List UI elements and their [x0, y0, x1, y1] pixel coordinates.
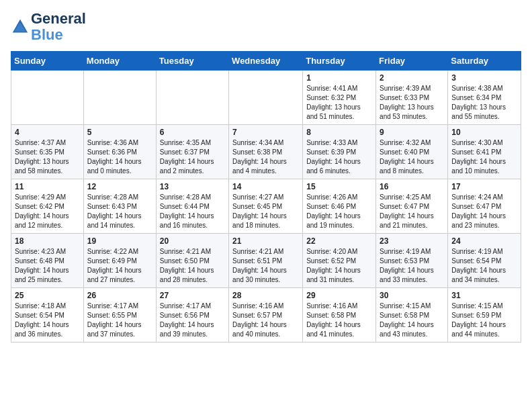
day-number: 31	[451, 291, 517, 300]
day-info: Sunrise: 4:32 AMSunset: 6:40 PMDaylight:…	[380, 138, 444, 176]
day-cell: 21Sunrise: 4:21 AMSunset: 6:51 PMDayligh…	[229, 234, 303, 288]
day-number: 14	[232, 182, 299, 191]
weekday-tuesday: Tuesday	[156, 52, 228, 71]
day-info: Sunrise: 4:30 AMSunset: 6:41 PMDaylight:…	[451, 138, 517, 176]
day-cell: 31Sunrise: 4:15 AMSunset: 6:59 PMDayligh…	[448, 288, 521, 342]
weekday-saturday: Saturday	[448, 52, 521, 71]
weekday-monday: Monday	[83, 52, 156, 71]
day-info: Sunrise: 4:17 AMSunset: 6:56 PMDaylight:…	[160, 302, 225, 339]
day-cell: 10Sunrise: 4:30 AMSunset: 6:41 PMDayligh…	[448, 125, 521, 179]
week-row-4: 18Sunrise: 4:23 AMSunset: 6:48 PMDayligh…	[11, 234, 521, 288]
day-info: Sunrise: 4:36 AMSunset: 6:36 PMDaylight:…	[87, 138, 152, 176]
day-number: 3	[451, 73, 517, 83]
day-number: 13	[160, 182, 225, 191]
day-number: 29	[306, 291, 372, 300]
logo-blue: Blue	[31, 26, 63, 43]
day-cell: 9Sunrise: 4:32 AMSunset: 6:40 PMDaylight…	[376, 125, 448, 179]
day-info: Sunrise: 4:33 AMSunset: 6:39 PMDaylight:…	[306, 138, 372, 176]
day-cell: 15Sunrise: 4:26 AMSunset: 6:46 PMDayligh…	[303, 179, 376, 234]
day-cell: 8Sunrise: 4:33 AMSunset: 6:39 PMDaylight…	[303, 125, 376, 179]
day-number: 6	[160, 128, 225, 137]
day-info: Sunrise: 4:39 AMSunset: 6:33 PMDaylight:…	[380, 84, 444, 122]
day-info: Sunrise: 4:38 AMSunset: 6:34 PMDaylight:…	[451, 84, 517, 122]
weekday-friday: Friday	[376, 52, 448, 71]
day-cell: 17Sunrise: 4:24 AMSunset: 6:47 PMDayligh…	[448, 179, 521, 234]
day-number: 16	[380, 182, 444, 191]
day-number: 8	[306, 128, 372, 137]
day-number: 21	[232, 236, 299, 246]
day-cell: 16Sunrise: 4:25 AMSunset: 6:47 PMDayligh…	[376, 179, 448, 234]
day-number: 12	[87, 182, 152, 191]
day-number: 23	[380, 236, 444, 246]
day-info: Sunrise: 4:35 AMSunset: 6:37 PMDaylight:…	[160, 138, 225, 176]
day-cell: 30Sunrise: 4:15 AMSunset: 6:58 PMDayligh…	[376, 288, 448, 342]
weekday-wednesday: Wednesday	[229, 52, 303, 71]
day-cell: 3Sunrise: 4:38 AMSunset: 6:34 PMDaylight…	[448, 71, 521, 125]
day-cell: 29Sunrise: 4:16 AMSunset: 6:58 PMDayligh…	[303, 288, 376, 342]
day-info: Sunrise: 4:18 AMSunset: 6:54 PMDaylight:…	[15, 302, 80, 339]
day-cell: 25Sunrise: 4:18 AMSunset: 6:54 PMDayligh…	[11, 288, 84, 342]
day-cell: 19Sunrise: 4:22 AMSunset: 6:49 PMDayligh…	[83, 234, 156, 288]
day-info: Sunrise: 4:41 AMSunset: 6:32 PMDaylight:…	[306, 84, 372, 122]
day-number: 27	[160, 291, 225, 300]
day-cell: 1Sunrise: 4:41 AMSunset: 6:32 PMDaylight…	[303, 71, 376, 125]
day-cell: 12Sunrise: 4:28 AMSunset: 6:43 PMDayligh…	[83, 179, 156, 234]
day-cell: 2Sunrise: 4:39 AMSunset: 6:33 PMDaylight…	[376, 71, 448, 125]
day-number: 19	[87, 236, 152, 246]
day-cell: 4Sunrise: 4:37 AMSunset: 6:35 PMDaylight…	[11, 125, 84, 179]
day-info: Sunrise: 4:15 AMSunset: 6:59 PMDaylight:…	[451, 302, 517, 339]
week-row-5: 25Sunrise: 4:18 AMSunset: 6:54 PMDayligh…	[11, 288, 521, 342]
day-number: 15	[306, 182, 372, 191]
day-number: 22	[306, 236, 372, 246]
day-number: 26	[87, 291, 152, 300]
day-cell: 26Sunrise: 4:17 AMSunset: 6:55 PMDayligh…	[83, 288, 156, 342]
day-info: Sunrise: 4:26 AMSunset: 6:46 PMDaylight:…	[306, 193, 372, 230]
day-info: Sunrise: 4:27 AMSunset: 6:45 PMDaylight:…	[232, 193, 299, 230]
day-cell: 27Sunrise: 4:17 AMSunset: 6:56 PMDayligh…	[156, 288, 228, 342]
day-info: Sunrise: 4:19 AMSunset: 6:54 PMDaylight:…	[451, 247, 517, 285]
day-number: 2	[380, 73, 444, 83]
day-info: Sunrise: 4:24 AMSunset: 6:47 PMDaylight:…	[451, 193, 517, 230]
week-row-2: 4Sunrise: 4:37 AMSunset: 6:35 PMDaylight…	[11, 125, 521, 179]
calendar: SundayMondayTuesdayWednesdayThursdayFrid…	[11, 51, 521, 342]
day-cell: 6Sunrise: 4:35 AMSunset: 6:37 PMDaylight…	[156, 125, 228, 179]
day-number: 20	[160, 236, 225, 246]
day-info: Sunrise: 4:25 AMSunset: 6:47 PMDaylight:…	[380, 193, 444, 230]
day-info: Sunrise: 4:28 AMSunset: 6:43 PMDaylight:…	[87, 193, 152, 230]
day-number: 5	[87, 128, 152, 137]
weekday-sunday: Sunday	[11, 52, 84, 71]
day-info: Sunrise: 4:19 AMSunset: 6:53 PMDaylight:…	[380, 247, 444, 285]
day-info: Sunrise: 4:37 AMSunset: 6:35 PMDaylight:…	[15, 138, 80, 176]
day-cell: 28Sunrise: 4:16 AMSunset: 6:57 PMDayligh…	[229, 288, 303, 342]
day-info: Sunrise: 4:20 AMSunset: 6:52 PMDaylight:…	[306, 247, 372, 285]
weekday-thursday: Thursday	[303, 52, 376, 71]
day-cell	[83, 71, 156, 125]
day-number: 1	[306, 73, 372, 83]
day-info: Sunrise: 4:28 AMSunset: 6:44 PMDaylight:…	[160, 193, 225, 230]
day-cell	[229, 71, 303, 125]
day-info: Sunrise: 4:22 AMSunset: 6:49 PMDaylight:…	[87, 247, 152, 285]
header: GeneralBlue	[11, 11, 521, 43]
day-number: 10	[451, 128, 517, 137]
day-number: 7	[232, 128, 299, 137]
day-number: 24	[451, 236, 517, 246]
day-number: 30	[380, 291, 444, 300]
day-number: 4	[15, 128, 80, 137]
day-info: Sunrise: 4:34 AMSunset: 6:38 PMDaylight:…	[232, 138, 299, 176]
day-number: 17	[451, 182, 517, 191]
day-info: Sunrise: 4:21 AMSunset: 6:51 PMDaylight:…	[232, 247, 299, 285]
day-cell: 18Sunrise: 4:23 AMSunset: 6:48 PMDayligh…	[11, 234, 84, 288]
logo-icon	[11, 17, 30, 36]
day-cell: 7Sunrise: 4:34 AMSunset: 6:38 PMDaylight…	[229, 125, 303, 179]
day-info: Sunrise: 4:29 AMSunset: 6:42 PMDaylight:…	[15, 193, 80, 230]
day-info: Sunrise: 4:16 AMSunset: 6:57 PMDaylight:…	[232, 302, 299, 339]
day-info: Sunrise: 4:17 AMSunset: 6:55 PMDaylight:…	[87, 302, 152, 339]
day-cell: 24Sunrise: 4:19 AMSunset: 6:54 PMDayligh…	[448, 234, 521, 288]
day-number: 28	[232, 291, 299, 300]
day-cell: 5Sunrise: 4:36 AMSunset: 6:36 PMDaylight…	[83, 125, 156, 179]
week-row-3: 11Sunrise: 4:29 AMSunset: 6:42 PMDayligh…	[11, 179, 521, 234]
day-cell: 22Sunrise: 4:20 AMSunset: 6:52 PMDayligh…	[303, 234, 376, 288]
day-info: Sunrise: 4:23 AMSunset: 6:48 PMDaylight:…	[15, 247, 80, 285]
day-info: Sunrise: 4:21 AMSunset: 6:50 PMDaylight:…	[160, 247, 225, 285]
page: GeneralBlue SundayMondayTuesdayWednesday…	[0, 0, 532, 353]
